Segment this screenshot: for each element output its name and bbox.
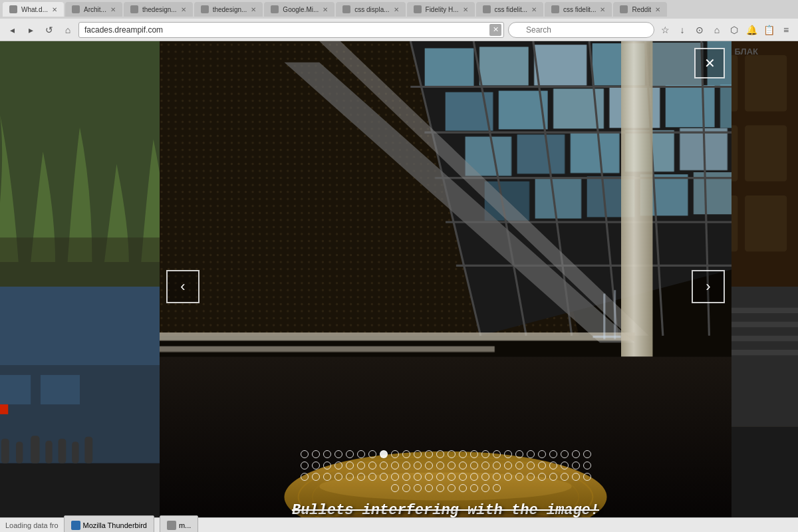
- address-bar[interactable]: [78, 22, 504, 38]
- tab-close-3[interactable]: ✕: [181, 6, 186, 13]
- bullet-3-21[interactable]: [527, 473, 535, 481]
- bullet-1-13[interactable]: [436, 450, 444, 458]
- tab-close-2[interactable]: ✕: [110, 6, 116, 13]
- bullet-2-6[interactable]: [357, 462, 365, 469]
- bullet-3-10[interactable]: [402, 473, 410, 481]
- bullet-2-13[interactable]: [436, 462, 444, 469]
- bullet-1-11[interactable]: [414, 450, 422, 458]
- bullet-3-23[interactable]: [549, 473, 557, 481]
- bullet-4-8[interactable]: [470, 484, 478, 492]
- tab-6[interactable]: css displa... ✕: [336, 2, 405, 17]
- bullet-1-1[interactable]: [301, 450, 309, 458]
- home-icon-button[interactable]: ⌂: [709, 22, 725, 38]
- thunderbird-taskbar-button[interactable]: Mozilla Thunderbird: [64, 515, 154, 533]
- bullet-2-1[interactable]: [301, 462, 309, 469]
- tab-4[interactable]: thedesign... ✕: [194, 2, 263, 17]
- bullet-2-11[interactable]: [414, 462, 422, 469]
- tab-close-7[interactable]: ✕: [463, 6, 468, 13]
- bullet-3-26[interactable]: [583, 473, 591, 481]
- bullet-2-19[interactable]: [504, 462, 512, 469]
- tab-close-10[interactable]: ✕: [655, 6, 660, 13]
- bullet-2-17[interactable]: [481, 462, 489, 469]
- bullet-4-1[interactable]: [391, 484, 399, 492]
- bullet-3-25[interactable]: [572, 473, 580, 481]
- bullet-2-15[interactable]: [459, 462, 467, 469]
- tab-active[interactable]: What.d... ✕: [3, 2, 64, 17]
- bullet-3-24[interactable]: [561, 473, 569, 481]
- bullet-2-22[interactable]: [538, 462, 546, 469]
- bullet-1-15[interactable]: [459, 450, 467, 458]
- bullet-3-12[interactable]: [425, 473, 433, 481]
- bullet-1-4[interactable]: [334, 450, 342, 458]
- bullet-2-9[interactable]: [391, 462, 399, 469]
- search-input[interactable]: [508, 22, 654, 38]
- bullet-4-2[interactable]: [402, 484, 410, 492]
- bullet-3-16[interactable]: [470, 473, 478, 481]
- bullet-3-18[interactable]: [493, 473, 501, 481]
- tab-close-4[interactable]: ✕: [251, 6, 256, 13]
- bookmark-icon-button[interactable]: ☆: [657, 22, 673, 38]
- bullet-1-12[interactable]: [425, 450, 433, 458]
- bullet-2-26[interactable]: [583, 462, 591, 469]
- tab-close-6[interactable]: ✕: [394, 6, 399, 13]
- bullet-3-9[interactable]: [391, 473, 399, 481]
- bullet-2-12[interactable]: [425, 462, 433, 469]
- bullet-2-18[interactable]: [493, 462, 501, 469]
- bullet-2-5[interactable]: [346, 462, 354, 469]
- tab-10[interactable]: Reddit ✕: [613, 2, 667, 17]
- tab-close-active[interactable]: ✕: [52, 6, 57, 13]
- bullet-3-7[interactable]: [368, 473, 376, 481]
- bullet-1-22[interactable]: [538, 450, 546, 458]
- bullet-1-23[interactable]: [549, 450, 557, 458]
- downloads-icon-button[interactable]: ↓: [674, 22, 690, 38]
- bullet-2-21[interactable]: [527, 462, 535, 469]
- bullet-1-25[interactable]: [572, 450, 580, 458]
- tab-8[interactable]: css fidelit... ✕: [476, 2, 543, 17]
- bullet-2-14[interactable]: [448, 462, 456, 469]
- address-clear-button[interactable]: ✕: [489, 24, 501, 36]
- bullet-1-3[interactable]: [323, 450, 331, 458]
- tab-9[interactable]: css fidelit... ✕: [545, 2, 612, 17]
- tab-7[interactable]: Fidelity H... ✕: [407, 2, 475, 17]
- tab-close-8[interactable]: ✕: [531, 6, 537, 13]
- tab-close-5[interactable]: ✕: [323, 6, 328, 13]
- bullet-3-17[interactable]: [481, 473, 489, 481]
- bullet-3-8[interactable]: [380, 473, 388, 481]
- bullet-2-10[interactable]: [402, 462, 410, 469]
- history-icon-button[interactable]: ⊙: [692, 22, 708, 38]
- bullet-1-21[interactable]: [527, 450, 535, 458]
- bullet-3-20[interactable]: [515, 473, 523, 481]
- bullet-4-10[interactable]: [493, 484, 501, 492]
- bullet-1-24[interactable]: [561, 450, 569, 458]
- bullet-2-7[interactable]: [368, 462, 376, 469]
- bullet-3-11[interactable]: [414, 473, 422, 481]
- bullet-2-25[interactable]: [572, 462, 580, 469]
- extra-taskbar-button[interactable]: m...: [160, 515, 198, 533]
- tab-3[interactable]: thedesign... ✕: [124, 2, 193, 17]
- bullet-1-5[interactable]: [346, 450, 354, 458]
- bullet-1-20[interactable]: [515, 450, 523, 458]
- bullet-1-18[interactable]: [493, 450, 501, 458]
- extensions-icon-button[interactable]: ⬡: [726, 22, 742, 38]
- bullet-3-19[interactable]: [504, 473, 512, 481]
- bullet-4-9[interactable]: [481, 484, 489, 492]
- bullet-2-23[interactable]: [549, 462, 557, 469]
- bullet-2-3[interactable]: [323, 462, 331, 469]
- bullet-2-4[interactable]: [334, 462, 342, 469]
- bullet-1-6[interactable]: [357, 450, 365, 458]
- home-button[interactable]: ⌂: [60, 22, 76, 38]
- tab-close-9[interactable]: ✕: [600, 6, 605, 13]
- bullet-1-16[interactable]: [470, 450, 478, 458]
- reload-button[interactable]: ↺: [41, 22, 57, 38]
- bullet-4-3[interactable]: [414, 484, 422, 492]
- back-button[interactable]: ◂: [4, 22, 20, 38]
- bullet-1-2[interactable]: [312, 450, 320, 458]
- bullet-1-10[interactable]: [402, 450, 410, 458]
- bullet-4-4[interactable]: [425, 484, 433, 492]
- bullet-3-15[interactable]: [459, 473, 467, 481]
- bullet-3-6[interactable]: [357, 473, 365, 481]
- tab-2[interactable]: Archit... ✕: [65, 2, 122, 17]
- bullet-1-7[interactable]: [368, 450, 376, 458]
- close-button[interactable]: ✕: [694, 48, 725, 78]
- notification-icon-button[interactable]: 🔔: [743, 22, 759, 38]
